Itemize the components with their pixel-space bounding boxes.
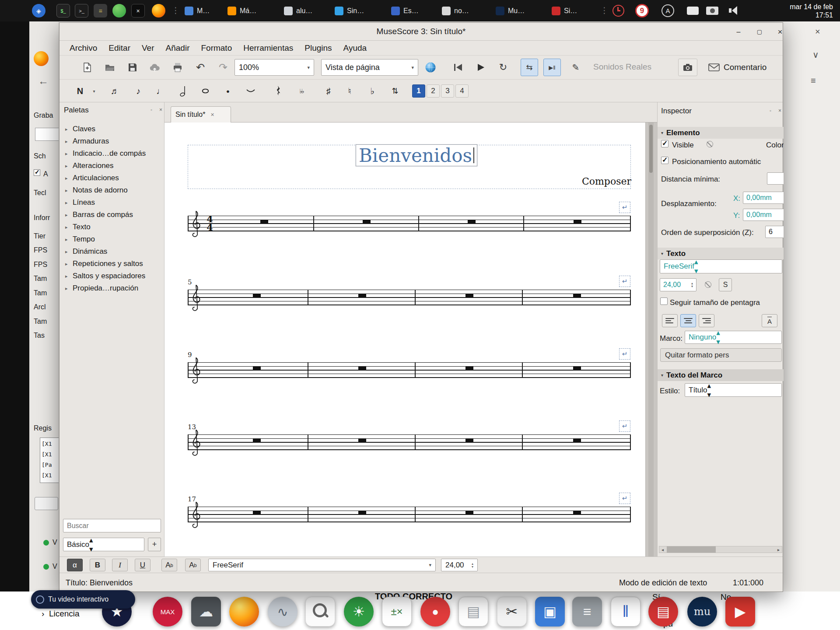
- palette-float-icon[interactable]: ◦: [148, 106, 155, 113]
- thunderbird-icon[interactable]: ∿: [268, 597, 298, 626]
- file-manager-icon[interactable]: ≡: [572, 597, 602, 626]
- undo-button[interactable]: ↶: [191, 58, 210, 77]
- section-texto-del-marco[interactable]: ▾Texto del Marco: [658, 369, 784, 381]
- visible-checkbox[interactable]: [661, 140, 668, 147]
- menu-editar[interactable]: Editar: [103, 41, 136, 55]
- interactive-video-button[interactable]: Tu video interactivo: [31, 590, 135, 609]
- eighth-note-button[interactable]: ♪: [130, 83, 147, 99]
- bg-chevron-down-icon[interactable]: ∨: [812, 49, 819, 60]
- score-tab[interactable]: Sin título* ×: [171, 106, 231, 122]
- calculator-icon[interactable]: ±×: [382, 597, 412, 626]
- play-repeats-toggle[interactable]: ⇆: [521, 59, 538, 76]
- marco-select[interactable]: Ninguno▴▾: [685, 331, 782, 344]
- whole-rest[interactable]: [363, 220, 371, 223]
- back-arrow-icon[interactable]: ←: [38, 75, 49, 87]
- align-center-button[interactable]: [680, 314, 696, 327]
- menu-añadir[interactable]: Añadir: [160, 41, 196, 55]
- inspector-float-icon[interactable]: ◦: [767, 107, 774, 114]
- tie-button[interactable]: [242, 83, 259, 99]
- cloud-save-button[interactable]: [145, 58, 164, 77]
- maximize-button[interactable]: ▢: [753, 26, 766, 38]
- set-as-style-button[interactable]: S: [719, 278, 732, 291]
- close-button[interactable]: ×: [774, 26, 787, 38]
- taskbar-window-3[interactable]: alu…: [284, 3, 312, 18]
- clock[interactable]: mar 14 de feb 17:51: [790, 3, 833, 19]
- comentario-label[interactable]: Comentario: [724, 63, 766, 72]
- scroll-left-icon[interactable]: ◂: [659, 546, 666, 553]
- whole-rest[interactable]: [253, 511, 261, 514]
- whole-rest[interactable]: [574, 220, 581, 223]
- menu-ver[interactable]: Ver: [136, 41, 160, 55]
- tab-close-icon[interactable]: ×: [210, 111, 214, 118]
- zoom-select[interactable]: 100%▾: [234, 59, 314, 76]
- align-baseline-button[interactable]: A: [762, 314, 777, 327]
- whole-rest[interactable]: [253, 367, 261, 370]
- taskbar-window-4[interactable]: Sin…: [335, 3, 364, 18]
- menu-formato[interactable]: Formato: [195, 41, 238, 55]
- staff-system[interactable]: 5: [188, 290, 631, 305]
- augmentation-dot-button[interactable]: ●: [220, 83, 236, 99]
- voice-2-button[interactable]: 2: [427, 84, 440, 98]
- voice-3-button[interactable]: 3: [441, 84, 454, 98]
- whole-rest[interactable]: [468, 220, 476, 223]
- voice-4-button[interactable]: 4: [455, 84, 469, 98]
- minimize-button[interactable]: –: [732, 26, 745, 38]
- note-input-chevron-icon[interactable]: ▾: [90, 83, 98, 99]
- shutter-icon[interactable]: ☀: [344, 597, 374, 626]
- palette-item[interactable]: Indicacio…de compás: [60, 147, 164, 160]
- time-signature[interactable]: 44: [206, 215, 214, 231]
- taskbar-window-5[interactable]: Es…: [391, 3, 419, 18]
- whole-rest[interactable]: [358, 439, 366, 442]
- align-right-button[interactable]: [699, 314, 714, 327]
- taskbar-window-7[interactable]: Mu…: [496, 3, 525, 18]
- bold-button[interactable]: B: [90, 559, 105, 571]
- media-x-icon[interactable]: ×: [131, 4, 145, 18]
- image-capture-icon[interactable]: [678, 59, 697, 76]
- taskbar-window-2[interactable]: Má…: [228, 3, 256, 18]
- superscript-button[interactable]: Ab: [185, 559, 201, 571]
- edit-mode-icon[interactable]: ✎: [567, 59, 584, 76]
- search-icon[interactable]: [305, 597, 335, 626]
- staff-system[interactable]: 17: [188, 507, 631, 522]
- whole-rest[interactable]: [573, 367, 581, 370]
- sharp-button[interactable]: ♯: [320, 83, 337, 99]
- palette-add-button[interactable]: +: [148, 538, 161, 551]
- whole-rest[interactable]: [260, 220, 268, 223]
- font-size-spinner[interactable]: 24,00▴▾: [660, 278, 696, 291]
- whole-rest[interactable]: [466, 439, 473, 442]
- video-recorder-icon[interactable]: ▶: [725, 597, 755, 626]
- system-break-icon[interactable]: ↵: [619, 202, 630, 213]
- reset-size-icon[interactable]: [705, 281, 711, 288]
- estilo-select[interactable]: Título▴▾: [685, 383, 782, 397]
- palette-item[interactable]: Notas de adorno: [60, 184, 164, 196]
- staff-system[interactable]: 13: [188, 434, 631, 450]
- palette-item[interactable]: Texto: [60, 221, 164, 233]
- palette-preset-select[interactable]: Básico▴▾: [63, 538, 144, 551]
- window-manager-icon[interactable]: ▣: [535, 597, 565, 626]
- flat-button[interactable]: ♭: [364, 83, 381, 99]
- speaker-icon[interactable]: [728, 6, 737, 15]
- palette-item[interactable]: Claves: [60, 123, 164, 135]
- chat-icon[interactable]: [687, 7, 699, 15]
- max-inside-icon[interactable]: MAX: [153, 597, 182, 626]
- underline-button[interactable]: U: [135, 559, 150, 571]
- licencia-row[interactable]: › Licencia: [42, 609, 80, 619]
- menu-plugins[interactable]: Plugins: [299, 41, 337, 55]
- print-button[interactable]: [168, 58, 187, 77]
- system-break-icon[interactable]: ↵: [619, 276, 630, 287]
- mixer-icon[interactable]: ‖: [611, 597, 640, 626]
- palette-item[interactable]: Alteraciones: [60, 160, 164, 172]
- palette-item[interactable]: Tempo: [60, 233, 164, 245]
- whole-note-button[interactable]: [197, 83, 214, 99]
- treble-clef[interactable]: [191, 357, 201, 386]
- natural-button[interactable]: ♮: [341, 83, 358, 99]
- palette-close-icon[interactable]: ×: [157, 106, 164, 113]
- save-button[interactable]: [123, 58, 142, 77]
- align-left-button[interactable]: [662, 314, 678, 327]
- firefox-icon[interactable]: [229, 597, 259, 626]
- pan-score-toggle[interactable]: ▶‖: [543, 59, 561, 76]
- offset-y-spinner[interactable]: 0,00mm: [743, 209, 784, 221]
- remote-desktop-icon[interactable]: ◈: [32, 4, 46, 18]
- score-title-text[interactable]: Bienvenidos: [356, 144, 477, 166]
- redo-button[interactable]: ↷: [214, 58, 232, 77]
